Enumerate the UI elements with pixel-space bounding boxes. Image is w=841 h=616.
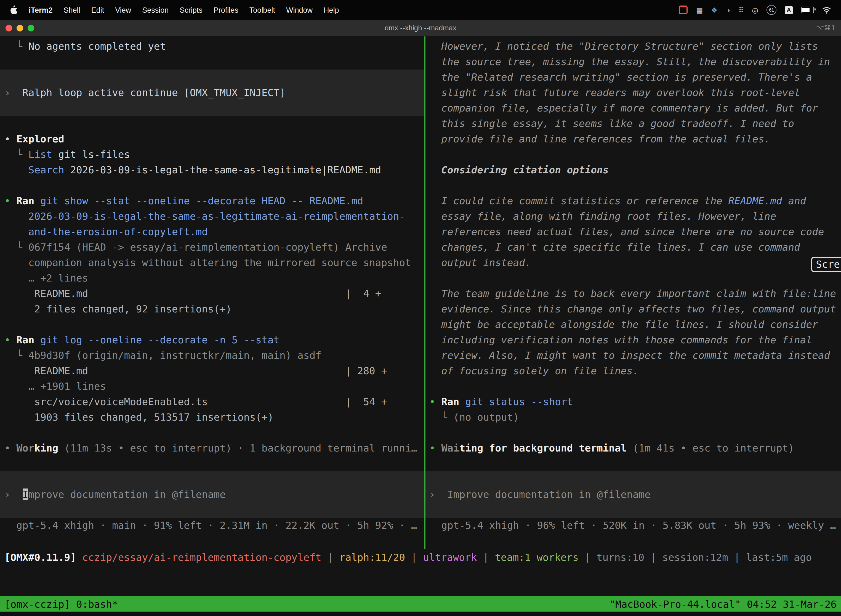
terminal-line: └ 4b9d30f (origin/main, instructkr/main,… — [0, 348, 424, 363]
text-segment: However, I noticed the "Directory Struct… — [441, 40, 818, 52]
prompt-input[interactable]: › Improve documentation in @filename — [0, 471, 424, 518]
text-segment: The team guideline is to back every impo… — [429, 287, 836, 299]
text-segment: Explored — [16, 133, 64, 145]
text-segment: I could cite commit statistics or refere… — [429, 195, 728, 207]
text-segment: essay file, along with finding root file… — [429, 210, 776, 222]
text-segment: output instead. — [429, 257, 531, 268]
text-segment: └ — [429, 411, 453, 423]
menu-profiles[interactable]: Profiles — [214, 6, 238, 14]
wifi-icon[interactable] — [822, 6, 831, 13]
text-segment: … +1901 lines — [4, 380, 106, 392]
menu-shell[interactable]: Shell — [64, 6, 80, 14]
terminal-line — [0, 116, 424, 131]
text-segment: this single essay, it seems like a good … — [429, 117, 794, 129]
terminal-line: • Ran git log --oneline --decorate -n 5 … — [0, 332, 424, 348]
battery-icon[interactable] — [801, 7, 814, 13]
terminal-line: • Explored — [0, 131, 424, 147]
text-segment: (11m 13s • esc to interrupt) · 1 backgro… — [64, 442, 417, 454]
terminal-line: essay file, along with finding root file… — [425, 209, 841, 224]
zoom-button[interactable] — [28, 25, 34, 31]
text-segment: List — [28, 148, 53, 160]
text-segment — [34, 334, 40, 346]
dots-grid-icon[interactable]: ⠿ — [738, 6, 744, 13]
session-status-line: gpt-5.4 xhigh · main · 91% left · 2.31M … — [0, 518, 424, 533]
text-segment: git log --oneline --decorate -n 5 --stat — [40, 334, 280, 346]
terminal-line: • Working (11m 13s • esc to interrupt) ·… — [0, 440, 424, 456]
text-segment: Search — [28, 164, 64, 176]
omx-status-segment: | — [405, 551, 423, 563]
text-segment — [627, 442, 633, 454]
menu-view[interactable]: View — [115, 6, 131, 14]
text-segment: 1903 files changed, 513517 insertions(+) — [4, 411, 273, 423]
menu-status-icons: ▦ ❖ ◑ ⠿ ◎ 61 A — [679, 5, 835, 15]
tmux-status-bar: [omx-cczip] 0:bash* "MacBook-Pro-44.loca… — [0, 596, 841, 612]
grid-icon[interactable]: ▦ — [696, 6, 703, 13]
terminal-line: changes, I can't cite specific file line… — [425, 239, 841, 255]
omx-status-segment: | — [579, 551, 596, 563]
text-segment: └ — [4, 349, 28, 361]
text-segment: git show --stat --oneline --decorate HEA… — [40, 195, 363, 207]
text-segment: king — [34, 442, 58, 454]
text-segment: README.md | 4 + — [4, 287, 381, 299]
terminal-line: evidence. Since this change only affects… — [425, 301, 841, 317]
terminal-line: └ No agents completed yet — [0, 39, 424, 54]
text-segment: README.md | 280 + — [4, 365, 387, 377]
terminal-line: • Waiting for background terminal (1m 41… — [425, 440, 841, 456]
terminal-line — [0, 317, 424, 332]
menu-window[interactable]: Window — [286, 6, 313, 14]
text-segment: of focusing solely on file lines. — [429, 365, 639, 377]
screen-recording-stop-icon[interactable] — [679, 6, 688, 14]
text-segment: • — [4, 133, 16, 145]
battery-gauge-icon[interactable]: 61 — [766, 5, 777, 15]
apple-icon[interactable] — [10, 6, 18, 14]
text-segment: changes, I can't cite specific file line… — [429, 241, 800, 253]
omx-status-segment: cczip/essay/ai-reimplementation-copyleft — [82, 551, 321, 563]
window-title: omx --xhigh --madmax — [0, 24, 841, 32]
close-button[interactable] — [6, 25, 12, 31]
text-segment: No agents completed yet — [28, 40, 166, 52]
terminal-line: README.md | 280 + — [0, 363, 424, 378]
text-segment: • — [429, 442, 441, 454]
menu-session[interactable]: Session — [142, 6, 168, 14]
terminal-line: I could cite commit statistics or refere… — [425, 193, 841, 209]
terminal-pane-left[interactable]: └ No agents completed yet› Ralph loop ac… — [0, 37, 424, 549]
minimize-button[interactable] — [16, 25, 23, 31]
text-segment: and-the-erosion-of-copyleft.md — [28, 226, 208, 238]
app-icon-round[interactable]: ◎ — [752, 6, 758, 13]
omx-status-segment: team:1 workers — [495, 551, 578, 563]
terminal-line: companion analysis without altering the … — [0, 255, 424, 270]
terminal-pane-right[interactable]: However, I noticed the "Directory Struct… — [425, 37, 841, 549]
app-icon-blue[interactable]: ❖ — [711, 6, 717, 13]
text-segment: • — [4, 442, 16, 454]
terminal-line — [425, 456, 841, 471]
text-segment: mprove documentation in @filename — [28, 488, 226, 500]
text-segment: git ls-files — [52, 148, 130, 160]
terminal-line: Considering citation options — [425, 162, 841, 178]
text-segment: gpt-5.4 xhigh · 96% left · 520K in · 5.8… — [429, 519, 836, 531]
terminal-line — [0, 178, 424, 193]
text-segment: › — [429, 488, 447, 500]
text-segment: 067f154 (HEAD -> essay/ai-reimplementati… — [28, 241, 387, 253]
text-segment — [4, 210, 28, 222]
text-segment: ting for background terminal — [459, 442, 627, 454]
window-title-bar[interactable]: omx --xhigh --madmax ⌥⌘1 — [0, 20, 841, 37]
menu-scripts[interactable]: Scripts — [180, 6, 202, 14]
text-segment: Improve documentation in @filename — [447, 488, 651, 500]
screen: iTerm2ShellEditViewSessionScriptsProfile… — [0, 0, 841, 616]
text-segment — [34, 195, 40, 207]
terminal-line: review. Also, I might want to inspect th… — [425, 348, 841, 363]
text-segment: └ — [4, 40, 28, 52]
prompt-input[interactable]: › Improve documentation in @filename — [425, 471, 841, 518]
tmux-session-window[interactable]: [omx-cczip] 0:bash* — [4, 598, 118, 610]
text-segment: the source tree, missing the essay. Stil… — [429, 56, 830, 67]
menu-help[interactable]: Help — [324, 6, 339, 14]
menu-toolbelt[interactable]: Toolbelt — [249, 6, 275, 14]
input-source-icon[interactable]: A — [785, 6, 793, 14]
menu-iterm2[interactable]: iTerm2 — [29, 6, 53, 14]
terminal-line: including verification notes with those … — [425, 332, 841, 348]
terminal-line: Search 2026-03-09-is-legal-the-same-as-l… — [0, 162, 424, 178]
terminal-line: of focusing solely on file lines. — [425, 363, 841, 378]
text-segment: Ran — [16, 334, 34, 346]
app-icon-dark[interactable]: ◑ — [726, 6, 730, 13]
menu-edit[interactable]: Edit — [91, 6, 104, 14]
